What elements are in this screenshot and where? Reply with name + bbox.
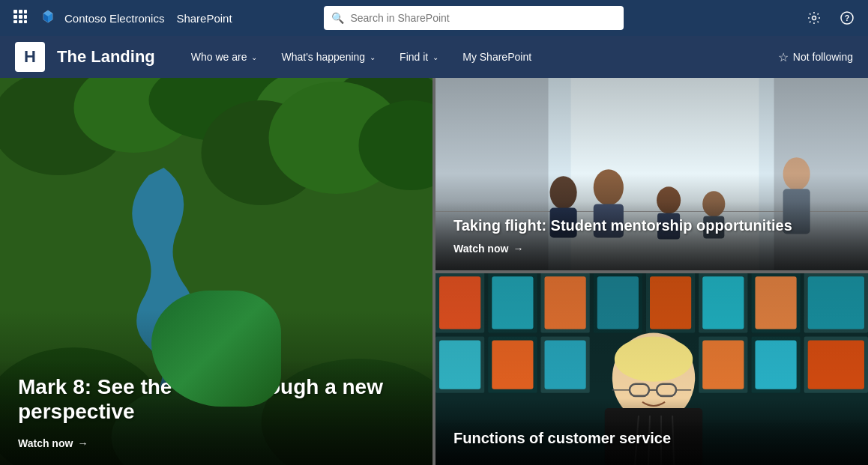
company-name: Contoso Electronics bbox=[64, 12, 164, 25]
company-logo: Contoso Electronics bbox=[37, 7, 164, 28]
svg-rect-0 bbox=[13, 10, 17, 13]
card-mark8-title: Mark 8: See the world through a new pers… bbox=[18, 374, 415, 425]
svg-rect-1 bbox=[19, 10, 22, 13]
site-navigation: Who we are ⌄ What's happening ⌄ Find it … bbox=[179, 36, 778, 78]
search-bar[interactable]: 🔍 bbox=[324, 6, 624, 30]
arrow-icon: → bbox=[77, 437, 88, 449]
arrow-icon: → bbox=[513, 243, 523, 255]
card-customer-service[interactable]: Functions of customer service bbox=[435, 273, 868, 466]
settings-icon[interactable] bbox=[802, 6, 826, 30]
card-mentorship-watch-btn[interactable]: Watch now → bbox=[453, 243, 523, 255]
apps-launcher[interactable] bbox=[9, 5, 31, 31]
chevron-down-icon: ⌄ bbox=[251, 53, 257, 61]
card-mentorship-title: Taking flight: Student mentorship opport… bbox=[453, 216, 850, 234]
help-icon[interactable]: ? bbox=[835, 6, 859, 30]
card-mark8[interactable]: Mark 8: See the world through a new pers… bbox=[0, 78, 433, 465]
svg-text:?: ? bbox=[845, 13, 850, 22]
top-nav-actions: ? bbox=[802, 6, 859, 30]
content-area: Mark 8: See the world through a new pers… bbox=[0, 78, 868, 465]
svg-rect-6 bbox=[13, 20, 17, 23]
nav-who-we-are[interactable]: Who we are ⌄ bbox=[179, 36, 270, 78]
card-mark8-watch-btn[interactable]: Watch now → bbox=[18, 437, 88, 449]
chevron-down-icon: ⌄ bbox=[433, 53, 438, 61]
card-mentorship-overlay: Taking flight: Student mentorship opport… bbox=[435, 201, 868, 270]
card-mark8-overlay: Mark 8: See the world through a new pers… bbox=[0, 359, 433, 465]
svg-rect-2 bbox=[24, 10, 27, 13]
nav-my-sharepoint[interactable]: My SharePoint bbox=[450, 36, 543, 78]
card-mentorship[interactable]: Taking flight: Student mentorship opport… bbox=[435, 78, 868, 270]
site-logo: H bbox=[15, 42, 45, 72]
card-customer-title: Functions of customer service bbox=[453, 429, 850, 447]
svg-rect-4 bbox=[19, 15, 22, 19]
search-icon: 🔍 bbox=[331, 12, 344, 24]
svg-rect-5 bbox=[24, 15, 27, 19]
site-title: The Landing bbox=[57, 47, 155, 67]
svg-rect-8 bbox=[24, 20, 27, 23]
top-navigation: Contoso Electronics SharePoint 🔍 ? bbox=[0, 0, 868, 36]
svg-rect-3 bbox=[13, 15, 17, 19]
nav-find-it[interactable]: Find it ⌄ bbox=[388, 36, 450, 78]
follow-button[interactable]: ☆ Not following bbox=[778, 50, 853, 64]
svg-point-24 bbox=[164, 325, 254, 385]
svg-rect-7 bbox=[19, 20, 22, 23]
svg-point-9 bbox=[812, 16, 816, 20]
card-customer-overlay: Functions of customer service bbox=[435, 419, 868, 465]
app-name: SharePoint bbox=[176, 12, 232, 25]
chevron-down-icon: ⌄ bbox=[370, 53, 376, 61]
nav-whats-happening[interactable]: What's happening ⌄ bbox=[269, 36, 388, 78]
search-input[interactable] bbox=[350, 12, 616, 24]
site-header: H The Landing Who we are ⌄ What's happen… bbox=[0, 36, 868, 78]
star-icon: ☆ bbox=[778, 50, 789, 64]
